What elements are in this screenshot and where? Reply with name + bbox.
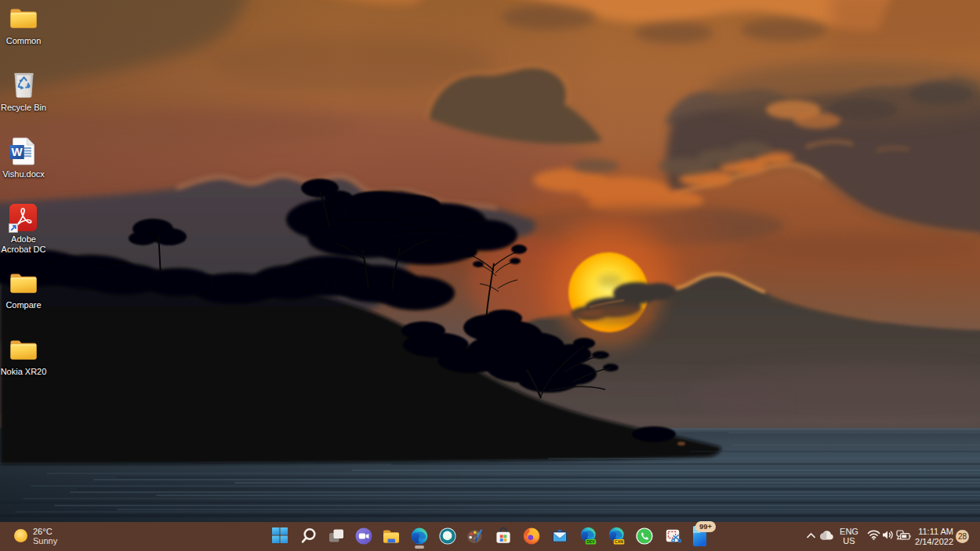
svg-text:DEV: DEV: [586, 539, 595, 544]
svg-text:W: W: [11, 145, 23, 158]
svg-text:CAN: CAN: [615, 539, 623, 544]
